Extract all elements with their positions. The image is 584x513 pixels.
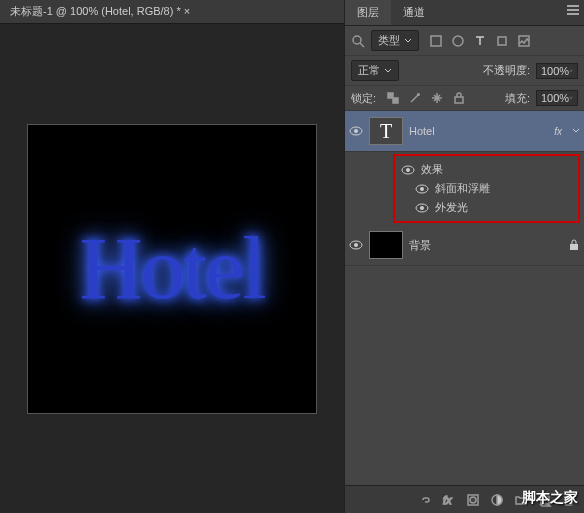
filter-type-label: 类型: [378, 33, 400, 48]
visibility-icon[interactable]: [349, 238, 363, 252]
effects-label: 效果: [421, 162, 443, 177]
lock-position-icon[interactable]: [430, 91, 444, 105]
svg-point-0: [353, 36, 361, 44]
svg-point-15: [420, 206, 424, 210]
svg-rect-3: [498, 37, 506, 45]
fx-badge[interactable]: fx: [554, 126, 562, 137]
document-tab[interactable]: 未标题-1 @ 100% (Hotel, RGB/8) * ×: [0, 0, 344, 24]
svg-text:fx: fx: [443, 494, 452, 506]
opacity-input[interactable]: 100%: [536, 63, 578, 79]
chevron-down-icon[interactable]: [572, 128, 580, 134]
lock-label: 锁定:: [351, 91, 376, 106]
fill-input[interactable]: 100%: [536, 90, 578, 106]
effect-bevel[interactable]: 斜面和浮雕: [401, 179, 572, 198]
visibility-icon[interactable]: [349, 124, 363, 138]
panel-menu-icon[interactable]: [566, 4, 580, 16]
filter-type-dropdown[interactable]: 类型: [371, 30, 419, 51]
effects-highlight: 效果 斜面和浮雕 外发光: [393, 154, 580, 223]
layer-name[interactable]: Hotel: [409, 125, 548, 137]
lock-transparency-icon[interactable]: [386, 91, 400, 105]
svg-point-11: [406, 168, 410, 172]
effect-outer-glow[interactable]: 外发光: [401, 198, 572, 217]
filter-type-icon[interactable]: [473, 34, 487, 48]
layer-name[interactable]: 背景: [409, 238, 562, 253]
tab-layers[interactable]: 图层: [345, 0, 391, 25]
layer-text[interactable]: T Hotel fx: [345, 111, 584, 152]
adjustment-icon[interactable]: [490, 493, 504, 507]
svg-point-9: [354, 129, 358, 133]
chevron-down-icon: [384, 67, 392, 75]
blend-mode-dropdown[interactable]: 正常: [351, 60, 399, 81]
canvas-area[interactable]: Hotel: [0, 24, 344, 513]
link-icon[interactable]: [418, 493, 432, 507]
chevron-down-icon: [569, 68, 573, 74]
canvas[interactable]: Hotel: [27, 124, 317, 414]
lock-pixels-icon[interactable]: [408, 91, 422, 105]
fx-icon[interactable]: fx: [442, 493, 456, 507]
svg-rect-1: [431, 36, 441, 46]
fill-label: 填充:: [505, 91, 530, 106]
canvas-text: Hotel: [79, 218, 265, 319]
filter-pixel-icon[interactable]: [429, 34, 443, 48]
lock-icon: [568, 239, 580, 251]
chevron-down-icon: [404, 37, 412, 45]
svg-point-2: [453, 36, 463, 46]
effects-row[interactable]: 效果: [401, 160, 572, 179]
layer-background[interactable]: 背景: [345, 225, 584, 266]
layer-thumbnail[interactable]: T: [369, 117, 403, 145]
mask-icon[interactable]: [466, 493, 480, 507]
search-icon[interactable]: [351, 34, 365, 48]
svg-point-17: [354, 243, 358, 247]
lock-all-icon[interactable]: [452, 91, 466, 105]
visibility-icon[interactable]: [415, 201, 429, 215]
layer-thumbnail[interactable]: [369, 231, 403, 259]
visibility-icon[interactable]: [401, 163, 415, 177]
svg-rect-4: [519, 36, 529, 46]
watermark: 脚本之家: [522, 489, 578, 507]
svg-point-21: [470, 497, 476, 503]
panels-sidebar: 图层 通道 类型 正常 不透明度:: [344, 0, 584, 513]
opacity-label: 不透明度:: [483, 63, 530, 78]
tab-channels[interactable]: 通道: [391, 0, 437, 25]
effect-label: 斜面和浮雕: [435, 181, 490, 196]
svg-rect-18: [570, 244, 578, 250]
chevron-down-icon: [569, 95, 573, 101]
filter-smart-icon[interactable]: [517, 34, 531, 48]
effect-label: 外发光: [435, 200, 468, 215]
filter-adjustment-icon[interactable]: [451, 34, 465, 48]
svg-rect-7: [455, 97, 463, 103]
filter-shape-icon[interactable]: [495, 34, 509, 48]
visibility-icon[interactable]: [415, 182, 429, 196]
svg-rect-6: [393, 98, 398, 103]
svg-point-13: [420, 187, 424, 191]
blend-mode-value: 正常: [358, 63, 380, 78]
